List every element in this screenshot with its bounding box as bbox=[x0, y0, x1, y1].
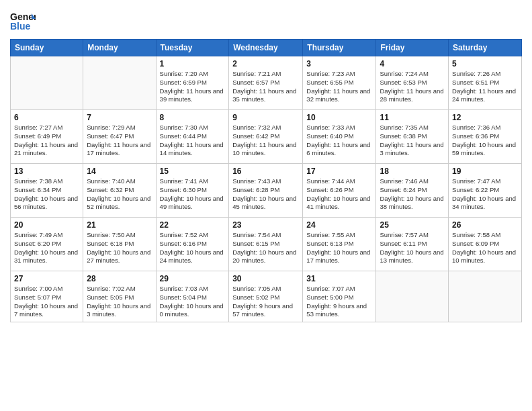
day-info: Sunrise: 7:21 AM Sunset: 6:57 PM Dayligh… bbox=[232, 70, 299, 104]
day-number: 16 bbox=[232, 167, 299, 176]
day-number: 17 bbox=[306, 167, 372, 176]
day-cell-5-6 bbox=[376, 271, 449, 322]
day-cell-5-7 bbox=[449, 271, 522, 322]
weekday-tuesday: Tuesday bbox=[156, 40, 229, 56]
day-info: Sunrise: 7:29 AM Sunset: 6:47 PM Dayligh… bbox=[87, 124, 152, 158]
week-row-4: 20Sunrise: 7:49 AM Sunset: 6:20 PM Dayli… bbox=[11, 218, 522, 271]
weekday-header-row: SundayMondayTuesdayWednesdayThursdayFrid… bbox=[11, 40, 522, 56]
day-cell-5-5: 31Sunrise: 7:07 AM Sunset: 5:00 PM Dayli… bbox=[303, 271, 376, 322]
day-number: 30 bbox=[232, 274, 299, 283]
day-cell-2-6: 11Sunrise: 7:35 AM Sunset: 6:38 PM Dayli… bbox=[376, 110, 449, 164]
week-row-5: 27Sunrise: 7:00 AM Sunset: 5:07 PM Dayli… bbox=[11, 271, 522, 322]
day-cell-3-7: 19Sunrise: 7:47 AM Sunset: 6:22 PM Dayli… bbox=[449, 164, 522, 218]
day-cell-1-6: 4Sunrise: 7:24 AM Sunset: 6:53 PM Daylig… bbox=[376, 56, 449, 110]
day-number: 2 bbox=[232, 59, 299, 68]
day-cell-1-2 bbox=[83, 56, 156, 110]
day-cell-1-4: 2Sunrise: 7:21 AM Sunset: 6:57 PM Daylig… bbox=[229, 56, 303, 110]
day-cell-2-3: 8Sunrise: 7:30 AM Sunset: 6:44 PM Daylig… bbox=[156, 110, 229, 164]
day-info: Sunrise: 7:20 AM Sunset: 6:59 PM Dayligh… bbox=[160, 70, 226, 104]
calendar-body: 1Sunrise: 7:20 AM Sunset: 6:59 PM Daylig… bbox=[11, 56, 522, 322]
day-cell-3-5: 17Sunrise: 7:44 AM Sunset: 6:26 PM Dayli… bbox=[303, 164, 376, 218]
day-cell-2-4: 9Sunrise: 7:32 AM Sunset: 6:42 PM Daylig… bbox=[229, 110, 303, 164]
day-info: Sunrise: 7:46 AM Sunset: 6:24 PM Dayligh… bbox=[380, 177, 445, 212]
day-cell-2-2: 7Sunrise: 7:29 AM Sunset: 6:47 PM Daylig… bbox=[83, 110, 156, 164]
day-info: Sunrise: 7:55 AM Sunset: 6:13 PM Dayligh… bbox=[306, 231, 372, 265]
day-cell-3-4: 16Sunrise: 7:43 AM Sunset: 6:28 PM Dayli… bbox=[229, 164, 303, 218]
day-info: Sunrise: 7:32 AM Sunset: 6:42 PM Dayligh… bbox=[232, 124, 299, 158]
logo-icon: General Blue bbox=[10, 8, 36, 34]
day-info: Sunrise: 7:58 AM Sunset: 6:09 PM Dayligh… bbox=[452, 231, 518, 265]
week-row-3: 13Sunrise: 7:38 AM Sunset: 6:34 PM Dayli… bbox=[11, 164, 522, 218]
day-number: 24 bbox=[306, 220, 372, 230]
day-info: Sunrise: 7:52 AM Sunset: 6:16 PM Dayligh… bbox=[160, 231, 226, 265]
day-cell-1-3: 1Sunrise: 7:20 AM Sunset: 6:59 PM Daylig… bbox=[156, 56, 229, 110]
day-cell-4-4: 23Sunrise: 7:54 AM Sunset: 6:15 PM Dayli… bbox=[229, 218, 303, 271]
day-info: Sunrise: 7:50 AM Sunset: 6:18 PM Dayligh… bbox=[87, 231, 152, 265]
day-number: 4 bbox=[380, 59, 445, 68]
day-info: Sunrise: 7:07 AM Sunset: 5:00 PM Dayligh… bbox=[306, 285, 372, 319]
day-info: Sunrise: 7:36 AM Sunset: 6:36 PM Dayligh… bbox=[452, 124, 518, 158]
day-info: Sunrise: 7:33 AM Sunset: 6:40 PM Dayligh… bbox=[306, 124, 372, 158]
day-cell-4-5: 24Sunrise: 7:55 AM Sunset: 6:13 PM Dayli… bbox=[303, 218, 376, 271]
day-number: 5 bbox=[452, 59, 518, 68]
day-cell-5-4: 30Sunrise: 7:05 AM Sunset: 5:02 PM Dayli… bbox=[229, 271, 303, 322]
day-cell-5-3: 29Sunrise: 7:03 AM Sunset: 5:04 PM Dayli… bbox=[156, 271, 229, 322]
calendar-table: SundayMondayTuesdayWednesdayThursdayFrid… bbox=[10, 39, 522, 322]
weekday-wednesday: Wednesday bbox=[229, 40, 303, 56]
week-row-1: 1Sunrise: 7:20 AM Sunset: 6:59 PM Daylig… bbox=[11, 56, 522, 110]
day-info: Sunrise: 7:02 AM Sunset: 5:05 PM Dayligh… bbox=[87, 285, 152, 319]
day-info: Sunrise: 7:41 AM Sunset: 6:30 PM Dayligh… bbox=[160, 177, 226, 212]
day-info: Sunrise: 7:26 AM Sunset: 6:51 PM Dayligh… bbox=[452, 70, 518, 104]
day-number: 8 bbox=[160, 113, 226, 122]
day-number: 10 bbox=[306, 113, 372, 122]
day-number: 9 bbox=[232, 113, 299, 122]
day-info: Sunrise: 7:30 AM Sunset: 6:44 PM Dayligh… bbox=[160, 124, 226, 158]
day-cell-3-6: 18Sunrise: 7:46 AM Sunset: 6:24 PM Dayli… bbox=[376, 164, 449, 218]
header: General Blue bbox=[10, 7, 522, 34]
page: General Blue SundayMondayTuesdayWednesda… bbox=[0, 0, 532, 411]
day-cell-1-7: 5Sunrise: 7:26 AM Sunset: 6:51 PM Daylig… bbox=[449, 56, 522, 110]
day-number: 15 bbox=[160, 167, 226, 176]
day-number: 11 bbox=[380, 113, 445, 122]
day-number: 14 bbox=[87, 167, 152, 176]
day-info: Sunrise: 7:23 AM Sunset: 6:55 PM Dayligh… bbox=[306, 70, 372, 104]
day-number: 21 bbox=[87, 220, 152, 230]
day-number: 18 bbox=[380, 167, 445, 176]
day-number: 6 bbox=[14, 113, 79, 122]
day-number: 28 bbox=[87, 274, 152, 283]
day-cell-3-1: 13Sunrise: 7:38 AM Sunset: 6:34 PM Dayli… bbox=[11, 164, 83, 218]
day-number: 31 bbox=[306, 274, 372, 283]
day-number: 3 bbox=[306, 59, 372, 68]
day-info: Sunrise: 7:00 AM Sunset: 5:07 PM Dayligh… bbox=[14, 285, 79, 319]
weekday-saturday: Saturday bbox=[449, 40, 522, 56]
day-cell-3-3: 15Sunrise: 7:41 AM Sunset: 6:30 PM Dayli… bbox=[156, 164, 229, 218]
day-info: Sunrise: 7:05 AM Sunset: 5:02 PM Dayligh… bbox=[232, 285, 299, 319]
day-info: Sunrise: 7:03 AM Sunset: 5:04 PM Dayligh… bbox=[160, 285, 226, 319]
day-cell-4-7: 26Sunrise: 7:58 AM Sunset: 6:09 PM Dayli… bbox=[449, 218, 522, 271]
day-cell-1-5: 3Sunrise: 7:23 AM Sunset: 6:55 PM Daylig… bbox=[303, 56, 376, 110]
day-number: 23 bbox=[232, 220, 299, 230]
day-info: Sunrise: 7:54 AM Sunset: 6:15 PM Dayligh… bbox=[232, 231, 299, 265]
day-number: 26 bbox=[452, 220, 518, 230]
day-number: 25 bbox=[380, 220, 445, 230]
day-info: Sunrise: 7:27 AM Sunset: 6:49 PM Dayligh… bbox=[14, 124, 79, 158]
svg-text:Blue: Blue bbox=[10, 21, 31, 32]
day-cell-5-2: 28Sunrise: 7:02 AM Sunset: 5:05 PM Dayli… bbox=[83, 271, 156, 322]
day-cell-4-3: 22Sunrise: 7:52 AM Sunset: 6:16 PM Dayli… bbox=[156, 218, 229, 271]
day-number: 29 bbox=[160, 274, 226, 283]
day-info: Sunrise: 7:44 AM Sunset: 6:26 PM Dayligh… bbox=[306, 177, 372, 212]
day-info: Sunrise: 7:49 AM Sunset: 6:20 PM Dayligh… bbox=[14, 231, 79, 265]
day-number: 19 bbox=[452, 167, 518, 176]
day-info: Sunrise: 7:35 AM Sunset: 6:38 PM Dayligh… bbox=[380, 124, 445, 158]
weekday-thursday: Thursday bbox=[303, 40, 376, 56]
day-cell-1-1 bbox=[11, 56, 83, 110]
day-number: 22 bbox=[160, 220, 226, 230]
logo: General Blue bbox=[10, 7, 36, 34]
day-info: Sunrise: 7:43 AM Sunset: 6:28 PM Dayligh… bbox=[232, 177, 299, 212]
day-number: 7 bbox=[87, 113, 152, 122]
day-info: Sunrise: 7:57 AM Sunset: 6:11 PM Dayligh… bbox=[380, 231, 445, 265]
weekday-sunday: Sunday bbox=[11, 40, 83, 56]
day-number: 13 bbox=[14, 167, 79, 176]
day-number: 27 bbox=[14, 274, 79, 283]
day-cell-4-6: 25Sunrise: 7:57 AM Sunset: 6:11 PM Dayli… bbox=[376, 218, 449, 271]
